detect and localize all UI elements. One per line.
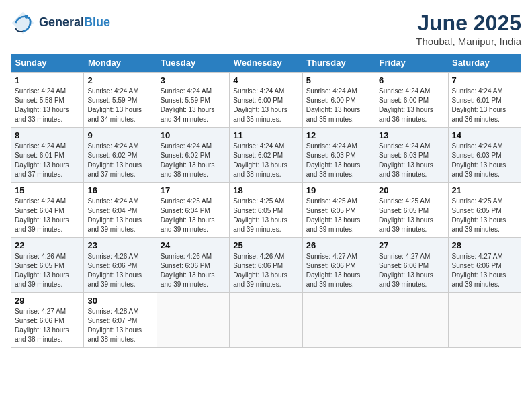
calendar-table: Sunday Monday Tuesday Wednesday Thursday…: [11, 54, 521, 348]
day-info: Sunrise: 4:25 AM Sunset: 6:05 PM Dayligh…: [233, 197, 298, 234]
calendar-day-cell: 27Sunrise: 4:27 AM Sunset: 6:06 PM Dayli…: [375, 238, 448, 293]
day-number: 11: [233, 130, 298, 140]
day-info: Sunrise: 4:25 AM Sunset: 6:05 PM Dayligh…: [452, 197, 517, 234]
logo: GeneralBlue: [11, 11, 110, 35]
day-number: 29: [15, 295, 80, 306]
day-info: Sunrise: 4:28 AM Sunset: 6:07 PM Dayligh…: [87, 307, 152, 345]
day-info: Sunrise: 4:24 AM Sunset: 5:58 PM Dayligh…: [15, 87, 80, 124]
calendar-day-cell: [448, 293, 521, 348]
day-number: 16: [87, 185, 152, 195]
col-monday: Monday: [84, 54, 157, 73]
calendar-day-cell: 7Sunrise: 4:24 AM Sunset: 6:01 PM Daylig…: [448, 73, 521, 128]
day-number: 8: [15, 130, 80, 140]
calendar-day-cell: 17Sunrise: 4:25 AM Sunset: 6:04 PM Dayli…: [157, 183, 229, 238]
day-info: Sunrise: 4:24 AM Sunset: 6:03 PM Dayligh…: [452, 142, 517, 179]
day-info: Sunrise: 4:24 AM Sunset: 5:59 PM Dayligh…: [87, 87, 152, 124]
calendar-day-cell: [375, 293, 448, 348]
day-info: Sunrise: 4:25 AM Sunset: 6:04 PM Dayligh…: [161, 197, 226, 234]
calendar-day-cell: 19Sunrise: 4:25 AM Sunset: 6:05 PM Dayli…: [302, 183, 375, 238]
day-info: Sunrise: 4:27 AM Sunset: 6:06 PM Dayligh…: [306, 252, 371, 289]
day-number: 9: [87, 130, 152, 140]
day-info: Sunrise: 4:24 AM Sunset: 6:02 PM Dayligh…: [161, 142, 226, 179]
day-number: 10: [161, 130, 226, 140]
day-info: Sunrise: 4:27 AM Sunset: 6:06 PM Dayligh…: [379, 252, 444, 289]
col-sunday: Sunday: [11, 54, 84, 73]
calendar-day-cell: [302, 293, 375, 348]
calendar-day-cell: 15Sunrise: 4:24 AM Sunset: 6:04 PM Dayli…: [11, 183, 84, 238]
calendar-day-cell: 5Sunrise: 4:24 AM Sunset: 6:00 PM Daylig…: [302, 73, 375, 128]
day-info: Sunrise: 4:26 AM Sunset: 6:06 PM Dayligh…: [233, 252, 298, 289]
day-number: 30: [87, 295, 152, 306]
calendar-day-cell: 10Sunrise: 4:24 AM Sunset: 6:02 PM Dayli…: [157, 128, 229, 183]
calendar-day-cell: 3Sunrise: 4:24 AM Sunset: 5:59 PM Daylig…: [157, 73, 229, 128]
calendar-week-row: 15Sunrise: 4:24 AM Sunset: 6:04 PM Dayli…: [11, 183, 521, 238]
day-number: 3: [161, 75, 226, 85]
title-block: June 2025 Thoubal, Manipur, India: [416, 11, 521, 47]
calendar-day-cell: 18Sunrise: 4:25 AM Sunset: 6:05 PM Dayli…: [230, 183, 302, 238]
calendar-day-cell: 6Sunrise: 4:24 AM Sunset: 6:00 PM Daylig…: [375, 73, 448, 128]
logo-text: GeneralBlue: [39, 16, 110, 30]
day-number: 1: [15, 75, 80, 85]
day-number: 20: [379, 185, 444, 195]
col-friday: Friday: [375, 54, 448, 73]
day-number: 18: [233, 185, 298, 195]
calendar-week-row: 22Sunrise: 4:26 AM Sunset: 6:05 PM Dayli…: [11, 238, 521, 293]
calendar-day-cell: 13Sunrise: 4:24 AM Sunset: 6:03 PM Dayli…: [375, 128, 448, 183]
calendar-day-cell: 1Sunrise: 4:24 AM Sunset: 5:58 PM Daylig…: [11, 73, 84, 128]
day-number: 4: [233, 75, 298, 85]
calendar-header-row: Sunday Monday Tuesday Wednesday Thursday…: [11, 54, 521, 73]
day-info: Sunrise: 4:24 AM Sunset: 6:00 PM Dayligh…: [379, 87, 444, 124]
day-info: Sunrise: 4:25 AM Sunset: 6:05 PM Dayligh…: [379, 197, 444, 234]
day-number: 2: [87, 75, 152, 85]
calendar-day-cell: 20Sunrise: 4:25 AM Sunset: 6:05 PM Dayli…: [375, 183, 448, 238]
calendar-day-cell: 4Sunrise: 4:24 AM Sunset: 6:00 PM Daylig…: [230, 73, 302, 128]
day-info: Sunrise: 4:24 AM Sunset: 6:03 PM Dayligh…: [379, 142, 444, 179]
calendar-day-cell: 12Sunrise: 4:24 AM Sunset: 6:03 PM Dayli…: [302, 128, 375, 183]
day-info: Sunrise: 4:26 AM Sunset: 6:06 PM Dayligh…: [161, 252, 226, 289]
calendar-day-cell: 11Sunrise: 4:24 AM Sunset: 6:02 PM Dayli…: [230, 128, 302, 183]
calendar-title: June 2025: [416, 11, 521, 36]
calendar-day-cell: 2Sunrise: 4:24 AM Sunset: 5:59 PM Daylig…: [84, 73, 157, 128]
day-info: Sunrise: 4:24 AM Sunset: 6:02 PM Dayligh…: [233, 142, 298, 179]
day-info: Sunrise: 4:27 AM Sunset: 6:06 PM Dayligh…: [452, 252, 517, 289]
day-number: 6: [379, 75, 444, 85]
page-header: GeneralBlue June 2025 Thoubal, Manipur, …: [11, 11, 521, 47]
calendar-day-cell: [230, 293, 302, 348]
day-info: Sunrise: 4:24 AM Sunset: 6:03 PM Dayligh…: [306, 142, 371, 179]
day-info: Sunrise: 4:26 AM Sunset: 6:06 PM Dayligh…: [87, 252, 152, 289]
day-number: 27: [379, 240, 444, 250]
day-info: Sunrise: 4:27 AM Sunset: 6:06 PM Dayligh…: [15, 307, 80, 345]
calendar-day-cell: 21Sunrise: 4:25 AM Sunset: 6:05 PM Dayli…: [448, 183, 521, 238]
col-saturday: Saturday: [448, 54, 521, 73]
day-number: 7: [452, 75, 517, 85]
calendar-week-row: 8Sunrise: 4:24 AM Sunset: 6:01 PM Daylig…: [11, 128, 521, 183]
calendar-day-cell: 14Sunrise: 4:24 AM Sunset: 6:03 PM Dayli…: [448, 128, 521, 183]
day-info: Sunrise: 4:26 AM Sunset: 6:05 PM Dayligh…: [15, 252, 80, 289]
day-info: Sunrise: 4:24 AM Sunset: 6:04 PM Dayligh…: [15, 197, 80, 234]
day-number: 15: [15, 185, 80, 195]
calendar-day-cell: 8Sunrise: 4:24 AM Sunset: 6:01 PM Daylig…: [11, 128, 84, 183]
logo-icon: [11, 11, 35, 35]
calendar-day-cell: 25Sunrise: 4:26 AM Sunset: 6:06 PM Dayli…: [230, 238, 302, 293]
col-wednesday: Wednesday: [230, 54, 302, 73]
day-number: 12: [306, 130, 371, 140]
day-number: 25: [233, 240, 298, 250]
day-info: Sunrise: 4:24 AM Sunset: 6:01 PM Dayligh…: [452, 87, 517, 124]
col-tuesday: Tuesday: [157, 54, 229, 73]
day-number: 21: [452, 185, 517, 195]
calendar-day-cell: 29Sunrise: 4:27 AM Sunset: 6:06 PM Dayli…: [11, 293, 84, 348]
day-number: 28: [452, 240, 517, 250]
day-number: 13: [379, 130, 444, 140]
calendar-day-cell: 26Sunrise: 4:27 AM Sunset: 6:06 PM Dayli…: [302, 238, 375, 293]
day-number: 19: [306, 185, 371, 195]
day-number: 17: [161, 185, 226, 195]
day-info: Sunrise: 4:24 AM Sunset: 5:59 PM Dayligh…: [161, 87, 226, 124]
calendar-day-cell: [157, 293, 229, 348]
day-info: Sunrise: 4:25 AM Sunset: 6:05 PM Dayligh…: [306, 197, 371, 234]
day-info: Sunrise: 4:24 AM Sunset: 6:01 PM Dayligh…: [15, 142, 80, 179]
calendar-week-row: 29Sunrise: 4:27 AM Sunset: 6:06 PM Dayli…: [11, 293, 521, 348]
day-number: 5: [306, 75, 371, 85]
calendar-day-cell: 22Sunrise: 4:26 AM Sunset: 6:05 PM Dayli…: [11, 238, 84, 293]
day-number: 24: [161, 240, 226, 250]
day-number: 23: [87, 240, 152, 250]
